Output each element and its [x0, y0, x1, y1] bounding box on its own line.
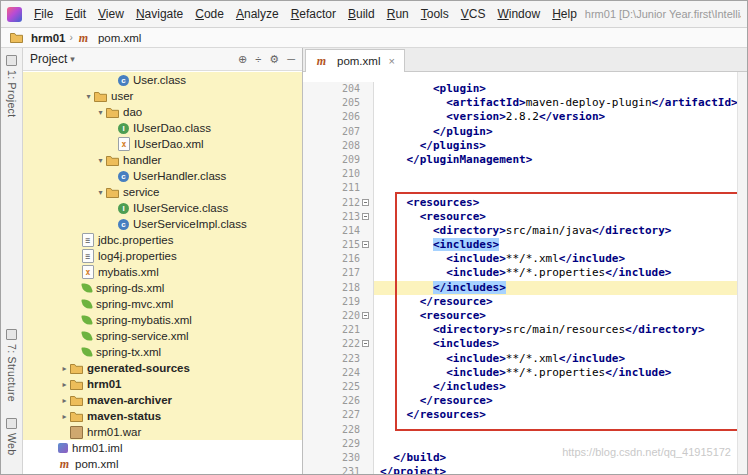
- menu-edit[interactable]: Edit: [59, 5, 92, 23]
- menu-tools[interactable]: Tools: [415, 5, 455, 23]
- code-line-204[interactable]: 204 <plugin>: [303, 82, 747, 96]
- menu-view[interactable]: View: [92, 5, 130, 23]
- code-line-216[interactable]: 216 <include>**/*.xml</include>: [303, 252, 747, 266]
- menu-vcs[interactable]: VCS: [455, 5, 492, 23]
- code-line-218[interactable]: 218 </includes>: [303, 281, 747, 295]
- tree-item-dao[interactable]: ▾dao: [23, 104, 302, 120]
- code-line-209[interactable]: 209 </pluginManagement>: [303, 153, 747, 167]
- settings-button[interactable]: ⚙: [269, 53, 279, 66]
- code-line-231[interactable]: 231</project>: [303, 465, 747, 474]
- tree-item-spring-service-xml[interactable]: spring-service.xml: [23, 328, 302, 344]
- fold-icon[interactable]: [362, 241, 369, 248]
- tree-item-maven-archiver[interactable]: ▸maven-archiver: [23, 392, 302, 408]
- code-area[interactable]: 204 <plugin>205 <artifactId>maven-deploy…: [303, 72, 747, 474]
- code-line-227[interactable]: 227 </resources>: [303, 408, 747, 422]
- menu-analyze[interactable]: Analyze: [230, 5, 285, 23]
- tree-item-userhandler-class[interactable]: cUserHandler.class: [23, 168, 302, 184]
- maven-icon: m: [77, 31, 90, 44]
- tree-item-spring-mybatis-xml[interactable]: spring-mybatis.xml: [23, 312, 302, 328]
- tree-item-hrm01-iml[interactable]: hrm01.iml: [23, 440, 302, 456]
- gutter: 205: [303, 96, 374, 110]
- tree-item-handler[interactable]: ▾handler: [23, 152, 302, 168]
- chevron-down-icon[interactable]: ▾: [83, 92, 94, 101]
- tree-item-maven-status[interactable]: ▸maven-status: [23, 408, 302, 424]
- code-line-215[interactable]: 215 <includes>: [303, 238, 747, 252]
- chevron-down-icon[interactable]: ▾: [95, 188, 106, 197]
- tab-pom-xml[interactable]: m pom.xml ×: [305, 49, 405, 72]
- line-number: 214: [303, 224, 360, 238]
- chevron-right-icon[interactable]: ▸: [59, 380, 70, 389]
- code-line-205[interactable]: 205 <artifactId>maven-deploy-plugin</art…: [303, 96, 747, 110]
- editor-scrollbar[interactable]: [737, 72, 747, 474]
- code-line-213[interactable]: 213 <resource>: [303, 210, 747, 224]
- fold-icon[interactable]: [362, 213, 369, 220]
- code-line-220[interactable]: 220 <resource>: [303, 309, 747, 323]
- menu-run[interactable]: Run: [381, 5, 415, 23]
- menu-file[interactable]: File: [28, 5, 59, 23]
- breadcrumb-project[interactable]: hrm01: [31, 32, 66, 44]
- chevron-down-icon[interactable]: ▾: [95, 108, 106, 117]
- tree-item-hrm01[interactable]: ▸hrm01: [23, 376, 302, 392]
- code-line-207[interactable]: 207 </plugin>: [303, 125, 747, 139]
- tab-close-icon[interactable]: ×: [388, 55, 394, 67]
- menu-navigate[interactable]: Navigate: [130, 5, 189, 23]
- tree-item-spring-tx-xml[interactable]: spring-tx.xml: [23, 344, 302, 360]
- breadcrumb-file[interactable]: pom.xml: [98, 32, 141, 44]
- code-line-210[interactable]: 210: [303, 167, 747, 181]
- tree-item-log4j-properties[interactable]: ≡log4j.properties: [23, 248, 302, 264]
- project-panel-toolbar: ⊕÷⚙─: [238, 53, 295, 66]
- tree-item-service[interactable]: ▾service: [23, 184, 302, 200]
- code-line-206[interactable]: 206 <version>2.8.2</version>: [303, 110, 747, 124]
- tree-item-spring-ds-xml[interactable]: spring-ds.xml: [23, 280, 302, 296]
- code-line-222[interactable]: 222 <includes>: [303, 337, 747, 351]
- code-line-228[interactable]: 228: [303, 423, 747, 437]
- tool-button-project[interactable]: 1: Project: [6, 55, 18, 117]
- code-line-212[interactable]: 212 <resources>: [303, 196, 747, 210]
- line-number: 209: [303, 153, 360, 167]
- hide-button[interactable]: ─: [287, 53, 295, 66]
- locate-button[interactable]: ⊕: [238, 53, 247, 66]
- tool-button-structure[interactable]: 7: Structure: [6, 329, 18, 402]
- chevron-down-icon[interactable]: ▾: [95, 156, 106, 165]
- fold-icon[interactable]: [362, 340, 369, 347]
- code-line-224[interactable]: 224 <include>**/*.properties</include>: [303, 366, 747, 380]
- code-line-221[interactable]: 221 <directory>src/main/resources</direc…: [303, 323, 747, 337]
- menu-window[interactable]: Window: [491, 5, 546, 23]
- code-line-219[interactable]: 219 </resource>: [303, 295, 747, 309]
- menu-build[interactable]: Build: [342, 5, 381, 23]
- code-line-217[interactable]: 217 <include>**/*.properties</include>: [303, 266, 747, 280]
- code-line-214[interactable]: 214 <directory>src/main/java</directory>: [303, 224, 747, 238]
- project-panel-title[interactable]: Project: [30, 52, 67, 66]
- tree-item-user[interactable]: ▾user: [23, 88, 302, 104]
- xml-icon: x: [118, 137, 130, 151]
- tree-item-hrm01-war[interactable]: hrm01.war: [23, 424, 302, 440]
- tree-item-jdbc-properties[interactable]: ≡jdbc.properties: [23, 232, 302, 248]
- fold-icon[interactable]: [362, 312, 369, 319]
- tree-item-iuserservice-class[interactable]: IIUserService.class: [23, 200, 302, 216]
- tool-button-web[interactable]: Web: [6, 418, 18, 455]
- chevron-right-icon[interactable]: ▸: [59, 364, 70, 373]
- code-line-225[interactable]: 225 </includes>: [303, 380, 747, 394]
- tree-item-user-class[interactable]: cUser.class: [23, 72, 302, 88]
- fold-icon[interactable]: [362, 199, 369, 206]
- code-line-223[interactable]: 223 <include>**/*.xml</include>: [303, 352, 747, 366]
- menu-code[interactable]: Code: [189, 5, 230, 23]
- chevron-down-icon[interactable]: ▾: [70, 54, 75, 64]
- tool-button-project-label: 1: Project: [6, 70, 18, 117]
- tree-item-pom-xml[interactable]: mpom.xml: [23, 456, 302, 472]
- tree-item-spring-mvc-xml[interactable]: spring-mvc.xml: [23, 296, 302, 312]
- tree-item-iuserdao-xml[interactable]: xIUserDao.xml: [23, 136, 302, 152]
- chevron-right-icon[interactable]: ▸: [59, 396, 70, 405]
- menu-help[interactable]: Help: [546, 5, 583, 23]
- tree-item-userserviceimpl-class[interactable]: cUserServiceImpl.class: [23, 216, 302, 232]
- tree-item-mybatis-xml[interactable]: xmybatis.xml: [23, 264, 302, 280]
- chevron-right-icon[interactable]: ▸: [59, 412, 70, 421]
- collapse-all-button[interactable]: ÷: [255, 53, 261, 66]
- code-line-226[interactable]: 226 </resource>: [303, 394, 747, 408]
- tree-item-iuserdao-class[interactable]: IIUserDao.class: [23, 120, 302, 136]
- code-line-211[interactable]: 211: [303, 181, 747, 195]
- menu-refactor[interactable]: Refactor: [285, 5, 342, 23]
- tree-item-label: spring-tx.xml: [96, 346, 161, 358]
- code-line-208[interactable]: 208 </plugins>: [303, 139, 747, 153]
- tree-item-generated-sources[interactable]: ▸generated-sources: [23, 360, 302, 376]
